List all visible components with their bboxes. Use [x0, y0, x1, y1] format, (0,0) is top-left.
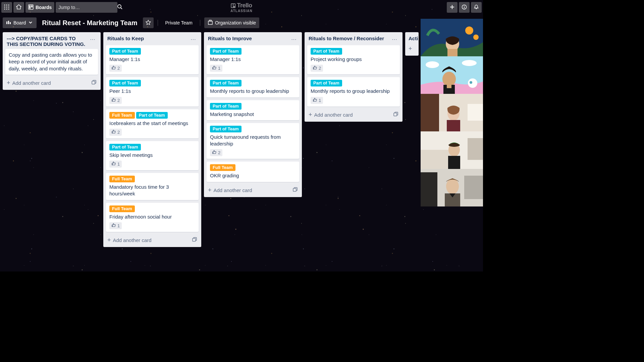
vote-badge[interactable]: 1	[109, 222, 122, 229]
apps-menu-button[interactable]	[1, 2, 12, 13]
card[interactable]: Part of TeamQuick turnaround requests fr…	[207, 123, 299, 159]
vote-count: 1	[117, 223, 120, 228]
vote-badge[interactable]: 1	[109, 161, 122, 168]
svg-rect-20	[208, 21, 212, 24]
board-view-switcher[interactable]: Board	[3, 17, 37, 28]
search-box[interactable]	[56, 2, 117, 13]
template-icon[interactable]	[91, 80, 97, 86]
card-label[interactable]: Part of Team	[210, 80, 241, 86]
vote-badge[interactable]: 2	[109, 65, 122, 72]
card[interactable]: Full TeamOKR grading	[207, 162, 299, 182]
video-call-panel	[421, 19, 483, 206]
home-button[interactable]	[13, 2, 24, 13]
card-label[interactable]: Part of Team	[210, 48, 241, 55]
divider	[158, 20, 158, 26]
card[interactable]: Part of TeamMonthly reports to group lea…	[307, 77, 400, 106]
add-card-button[interactable]: +	[407, 43, 417, 53]
card-label[interactable]: Full Team	[210, 164, 235, 171]
card-text: Mandatory focus time for 3 hours/week	[109, 184, 195, 197]
card[interactable]: Part of TeamManager 1:1s1	[207, 45, 299, 74]
card-text: Marketing snapshot	[210, 111, 296, 118]
search-input[interactable]	[58, 5, 117, 10]
video-participant[interactable]	[421, 169, 483, 206]
card[interactable]: Part of TeamSkip level meetings1	[106, 141, 199, 170]
vote-badge[interactable]: 1	[210, 65, 222, 72]
list-menu-button[interactable]: ⋯	[189, 36, 197, 43]
org-visibility-label: Organization visible	[215, 20, 256, 25]
card-label[interactable]: Part of Team	[109, 80, 141, 86]
add-card-label: Add another card	[113, 237, 152, 243]
card[interactable]: Full TeamMandatory focus time for 3 hour…	[106, 173, 199, 200]
card-label[interactable]: Part of Team	[210, 103, 241, 110]
card-label[interactable]: Part of Team	[136, 112, 168, 119]
video-participant[interactable]	[421, 131, 483, 169]
svg-point-2	[8, 4, 9, 5]
vote-badge[interactable]: 2	[210, 149, 222, 156]
list-menu-button[interactable]: ⋯	[290, 36, 298, 43]
card[interactable]: Full TeamFriday afternoon social hour1	[106, 203, 199, 232]
topbar: Boards Trello ATLASSIAN	[0, 0, 483, 15]
add-card-button[interactable]: +Add another card	[5, 77, 98, 87]
svg-rect-25	[394, 113, 397, 116]
card[interactable]: Part of TeamMonthly reports to group lea…	[207, 77, 299, 97]
card-label[interactable]: Part of Team	[311, 80, 342, 86]
svg-rect-50	[421, 172, 437, 206]
card[interactable]: Part of TeamMarketing snapshot	[207, 100, 299, 120]
list-title[interactable]: Rituals to Keep	[107, 36, 189, 41]
list-menu-button[interactable]: ⋯	[89, 36, 97, 43]
svg-rect-48	[448, 156, 460, 169]
add-card-label: Add another card	[214, 187, 252, 193]
svg-point-5	[8, 6, 9, 7]
card[interactable]: Part of TeamProject working groups2	[307, 45, 400, 74]
create-button[interactable]	[447, 2, 458, 13]
video-participant[interactable]	[421, 94, 483, 131]
list-title[interactable]: Rituals to Remove / Reconsider	[309, 36, 390, 41]
card-text: Quick turnaround requests from leadershi…	[210, 134, 296, 147]
list-title[interactable]: ---> COPY/PASTE CARDS TO THIS SECTION DU…	[7, 36, 89, 47]
video-participant[interactable]	[421, 19, 483, 56]
vote-badge[interactable]: 2	[109, 97, 122, 104]
add-card-label: Add another card	[314, 112, 353, 118]
vote-badge[interactable]: 2	[109, 129, 122, 136]
card-label[interactable]: Full Team	[109, 176, 135, 182]
card-label[interactable]: Full Team	[109, 112, 135, 119]
svg-rect-46	[468, 138, 483, 160]
card-text: Manager 1:1s	[109, 56, 195, 63]
plus-icon: +	[107, 237, 111, 244]
add-card-button[interactable]: +Add another card	[207, 185, 299, 194]
list-menu-button[interactable]: ⋯	[390, 36, 398, 43]
card[interactable]: Part of TeamPeer 1:1s2	[106, 77, 199, 106]
list-title[interactable]: Rituals to Improve	[208, 36, 290, 41]
boards-button[interactable]: Boards	[25, 2, 54, 13]
list-title[interactable]: Acti	[409, 36, 418, 41]
team-visibility[interactable]: Private Team	[162, 17, 196, 28]
template-icon[interactable]	[192, 237, 197, 243]
card-label[interactable]: Part of Team	[311, 48, 342, 55]
vote-badge[interactable]: 1	[311, 97, 323, 104]
card-text: Manager 1:1s	[210, 56, 296, 63]
video-participant[interactable]	[421, 56, 483, 94]
info-button[interactable]	[459, 2, 470, 13]
thumbs-up-icon	[212, 150, 217, 156]
card-label[interactable]: Part of Team	[109, 48, 141, 55]
template-icon[interactable]	[292, 187, 298, 193]
add-card-button[interactable]: +Add another card	[106, 235, 199, 244]
org-visibility[interactable]: Organization visible	[204, 17, 259, 28]
card-text: Peer 1:1s	[109, 88, 195, 95]
card[interactable]: Copy and pasting cards allows you to kee…	[5, 49, 98, 75]
board-title[interactable]: Ritual Reset - Marketing Team	[39, 19, 140, 27]
card[interactable]: Part of TeamManager 1:1s2	[106, 45, 199, 74]
thumbs-up-icon	[111, 129, 116, 135]
add-card-button[interactable]: +Add another card	[307, 109, 400, 119]
template-icon[interactable]	[393, 112, 398, 118]
notifications-button[interactable]	[471, 2, 482, 13]
card-text: Skip level meetings	[109, 152, 195, 159]
card-label[interactable]: Part of Team	[210, 126, 241, 132]
board-area: ---> COPY/PASTE CARDS TO THIS SECTION DU…	[0, 31, 483, 272]
card-label[interactable]: Full Team	[109, 205, 135, 212]
thumbs-up-icon	[111, 161, 116, 167]
card-label[interactable]: Part of Team	[109, 144, 141, 150]
vote-badge[interactable]: 2	[311, 65, 323, 72]
card[interactable]: Full TeamPart of TeamIcebreakers at the …	[106, 109, 199, 138]
star-button[interactable]	[143, 17, 154, 28]
